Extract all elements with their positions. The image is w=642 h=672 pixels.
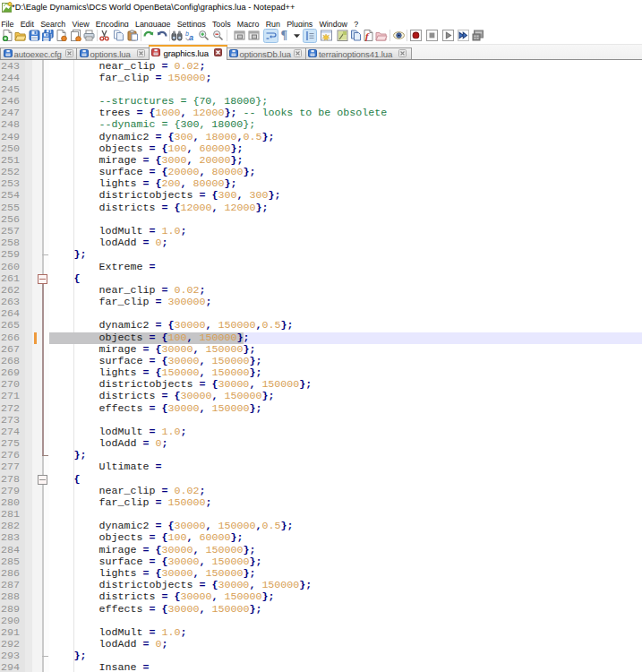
svg-text:¶: ¶ (280, 29, 287, 40)
svg-text:a: a (189, 33, 193, 41)
